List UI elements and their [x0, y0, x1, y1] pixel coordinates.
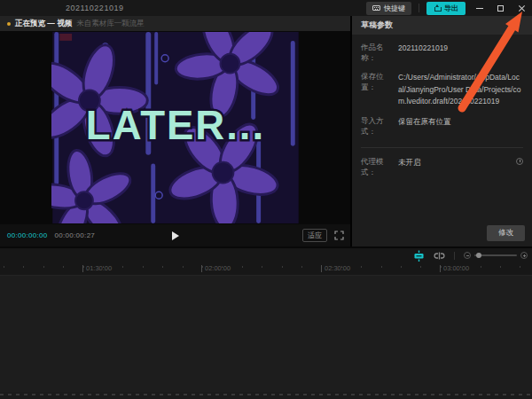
- preview-controls: 00:00:00:00 00:00:00:27 适应: [0, 224, 350, 246]
- shortcuts-button-label: 快捷键: [384, 4, 405, 13]
- preview-panel: 正在预览 — 视频 来自素材库一颗流星: [0, 16, 352, 246]
- draft-params-header: 草稿参数: [352, 16, 532, 35]
- draft-params-body: 作品名称： 202110221019 保存位置： C:/Users/Admini…: [352, 35, 532, 186]
- tools-separator: [454, 252, 455, 260]
- current-timecode: 00:00:00:00: [7, 231, 48, 239]
- preview-clip-name: 来自素材库一颗流星: [76, 19, 145, 29]
- titlebar-controls: 快捷键 导出: [366, 0, 529, 16]
- minimize-button[interactable]: [472, 0, 487, 16]
- preview-status-label: 正在预览 — 视频: [15, 19, 72, 29]
- timeline-tools: [413, 248, 528, 262]
- fit-ratio-button[interactable]: 适应: [302, 229, 327, 242]
- ruler-tick-label: 02:30:00: [321, 265, 350, 272]
- titlebar: 202110221019 快捷键 导出: [0, 0, 532, 16]
- timeline-ruler[interactable]: 01:30:00 02:00:00 02:30:00 03:00:00: [0, 262, 532, 275]
- video-area: LATER...: [0, 31, 350, 224]
- param-name-value: 202110221019: [398, 43, 523, 64]
- timeline-dashed-track: [0, 392, 532, 399]
- timeline-zoom-slider: [464, 252, 528, 259]
- ruler-tick-label: 02:00:00: [201, 265, 231, 272]
- close-button[interactable]: [514, 0, 529, 16]
- preview-header: 正在预览 — 视频 来自素材库一颗流星: [0, 16, 350, 31]
- ruler-tick-label: 01:30:00: [82, 265, 112, 272]
- video-caption-text: LATER...: [85, 103, 264, 148]
- info-icon[interactable]: [516, 158, 523, 165]
- draft-params-panel: 草稿参数 作品名称： 202110221019 保存位置： C:/Users/A…: [352, 16, 532, 246]
- maximize-button[interactable]: [493, 0, 508, 16]
- play-button[interactable]: [168, 229, 183, 243]
- timeline-toolbar: [0, 248, 532, 262]
- param-row-proxy: 代理模式： 未开启: [361, 157, 523, 178]
- timeline: 01:30:00 02:00:00 02:30:00 03:00:00: [0, 248, 532, 399]
- zoom-in-icon[interactable]: [520, 252, 528, 259]
- param-row-path: 保存位置： C:/Users/Administrator/AppData/Loc…: [361, 72, 523, 108]
- fullscreen-icon[interactable]: [334, 231, 344, 240]
- shortcuts-button[interactable]: 快捷键: [366, 2, 411, 15]
- param-row-name: 作品名称： 202110221019: [361, 43, 523, 64]
- param-name-label: 作品名称：: [361, 43, 398, 64]
- modify-button[interactable]: 修改: [487, 225, 525, 241]
- param-proxy-label: 代理模式：: [361, 157, 398, 178]
- param-import-label: 导入方式：: [361, 116, 398, 137]
- preview-status-dot: [7, 22, 11, 26]
- link-clips-icon[interactable]: [434, 250, 445, 262]
- titlebar-separator: [419, 4, 419, 12]
- export-button[interactable]: 导出: [426, 2, 466, 15]
- ruler-tick-label: 03:00:00: [440, 265, 469, 272]
- video-frame[interactable]: LATER...: [51, 32, 300, 223]
- param-row-import: 导入方式： 保留在原有位置: [361, 116, 523, 137]
- total-timecode: 00:00:00:27: [55, 231, 96, 239]
- main-area: 正在预览 — 视频 来自素材库一颗流星: [0, 16, 532, 246]
- maximize-icon: [497, 5, 504, 12]
- export-icon: [434, 4, 441, 12]
- zoom-out-icon[interactable]: [464, 252, 471, 259]
- params-divider: [361, 147, 523, 148]
- preview-right-controls: 适应: [302, 229, 344, 242]
- param-proxy-value: 未开启: [398, 157, 516, 178]
- keyboard-icon: [372, 5, 380, 11]
- param-import-value: 保留在原有位置: [398, 116, 523, 137]
- minimize-icon: [476, 8, 483, 9]
- param-path-label: 保存位置：: [361, 72, 398, 108]
- zoom-slider-track[interactable]: [474, 254, 517, 256]
- close-icon: [518, 4, 526, 12]
- export-button-label: 导出: [444, 4, 458, 13]
- play-icon: [172, 231, 179, 240]
- project-title: 202110221019: [66, 4, 123, 12]
- zoom-slider-handle[interactable]: [476, 253, 481, 258]
- timeline-tracks[interactable]: [0, 275, 532, 392]
- magnet-snap-icon[interactable]: [413, 250, 425, 262]
- param-path-value: C:/Users/Administrator/AppData/Local/Jia…: [398, 72, 523, 108]
